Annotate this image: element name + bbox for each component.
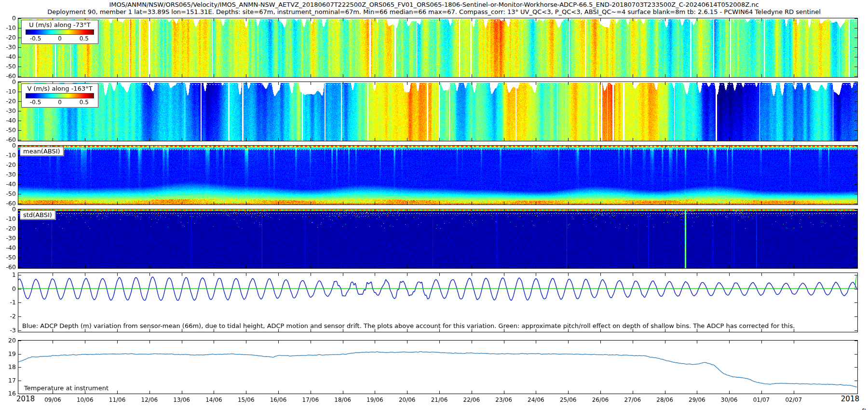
u-colorbar-legend: U (m/s) along -73°T -0.5 0 0.5 xyxy=(21,20,98,44)
y-tick-label: -30 xyxy=(0,107,16,114)
y-tick-label: -2 xyxy=(0,313,16,320)
adcp-deployment-figure: IMOS/ANMN/NSW/ORS065/Velocity/IMOS_ANMN-… xyxy=(0,0,868,410)
x-tick-label: 09/06 xyxy=(44,396,61,403)
x-tick-label: 28/06 xyxy=(656,396,673,403)
x-tick-label: 24/06 xyxy=(528,396,544,403)
x-tick-label: 01/07 xyxy=(753,396,770,403)
panel-v-velocity-heatmap: V (m/s) along -163°T -0.5 0 0.5 xyxy=(18,82,858,141)
temperature-label: Temperature at instrument xyxy=(24,384,108,392)
y-tick-label: 18 xyxy=(0,363,16,370)
x-tick-label: 26/06 xyxy=(592,396,609,403)
panel-mean-absi-heatmap: mean(ABSI) xyxy=(18,145,858,205)
u-velocity-heatmap-canvas xyxy=(18,18,857,77)
y-tick-label: -60 xyxy=(0,263,16,271)
v-colorbar-tick-min: -0.5 xyxy=(30,99,41,106)
y-tick-label: -20 xyxy=(0,161,16,168)
y-tick-label: -30 xyxy=(0,43,16,51)
y-tick-label: -40 xyxy=(0,117,16,124)
u-colorbar-gradient xyxy=(26,29,94,35)
y-tick-label: 17 xyxy=(0,377,16,384)
v-colorbar-ticks: -0.5 0 0.5 xyxy=(26,99,94,106)
y-tick-label: -50 xyxy=(0,254,16,261)
y-tick-label: -20 xyxy=(0,225,16,232)
y-tick-label: -20 xyxy=(0,97,16,105)
x-tick-label: 20/06 xyxy=(399,396,416,403)
mean-absi-label: mean(ABSI) xyxy=(20,147,64,156)
x-tick-label: 12/06 xyxy=(141,396,158,403)
u-colorbar-ticks: -0.5 0 0.5 xyxy=(26,35,94,42)
x-tick-label: 15/06 xyxy=(238,396,255,403)
u-colorbar-tick-zero: 0 xyxy=(58,35,62,42)
x-tick-label: 21/06 xyxy=(431,396,448,403)
x-tick-label: 18/06 xyxy=(334,396,351,403)
y-tick-label: -30 xyxy=(0,234,16,242)
figure-title-line1: IMOS/ANMN/NSW/ORS065/Velocity/IMOS_ANMN-… xyxy=(0,1,868,8)
y-tick-label: -50 xyxy=(0,190,16,197)
v-colorbar-legend: V (m/s) along -163°T -0.5 0 0.5 xyxy=(21,83,98,108)
std-absi-heatmap-canvas xyxy=(18,209,857,268)
u-colorbar-tick-max: 0.5 xyxy=(80,35,89,42)
y-tick-label: 0 xyxy=(0,205,16,213)
x-tick-label: 13/06 xyxy=(173,396,190,403)
y-tick-label: -40 xyxy=(0,180,16,188)
y-tick-label: 16 xyxy=(0,390,16,397)
std-absi-label: std(ABSI) xyxy=(20,210,55,219)
panel-u-velocity-heatmap: U (m/s) along -73°T -0.5 0 0.5 xyxy=(18,18,858,78)
x-tick-label: 16/06 xyxy=(270,396,287,403)
y-tick-label: -50 xyxy=(0,126,16,134)
x-tick-label: 10/06 xyxy=(77,396,94,403)
x-tick-label: 29/06 xyxy=(689,396,705,403)
x-tick-label: 25/06 xyxy=(560,396,577,403)
x-tick-label: 19/06 xyxy=(366,396,383,403)
y-tick-label: -20 xyxy=(0,34,16,41)
y-tick-label: -10 xyxy=(0,215,16,222)
panel-std-absi-heatmap: std(ABSI) xyxy=(18,209,858,269)
y-tick-label: -10 xyxy=(0,88,16,95)
imos-watermark: © IMOS 05-May-2025 08:40:17 Hobart time xyxy=(860,408,867,410)
mean-absi-heatmap-canvas xyxy=(18,146,857,205)
y-tick-label: 0 xyxy=(0,78,16,85)
y-tick-label: 0 xyxy=(0,285,16,292)
v-velocity-heatmap-canvas xyxy=(18,82,857,141)
temperature-line-canvas xyxy=(18,341,857,394)
x-tick-label: 17/06 xyxy=(302,396,319,403)
y-tick-label: -40 xyxy=(0,244,16,251)
y-tick-label: -10 xyxy=(0,24,16,31)
x-axis-year-right: 2018 xyxy=(841,395,859,403)
v-colorbar-tick-max: 0.5 xyxy=(80,99,89,106)
x-tick-label: 11/06 xyxy=(109,396,126,403)
y-tick-label: -50 xyxy=(0,63,16,70)
y-tick-label: -10 xyxy=(0,151,16,159)
y-tick-label: 0 xyxy=(0,14,16,22)
y-tick-label: 19 xyxy=(0,350,16,357)
y-tick-label: 0 xyxy=(0,142,16,149)
x-tick-label: 23/06 xyxy=(495,396,512,403)
panel-temperature-line-chart xyxy=(18,340,858,394)
v-legend-title: V (m/s) along -163°T xyxy=(26,85,94,92)
y-tick-label: -3 xyxy=(0,327,16,334)
y-tick-label: -40 xyxy=(0,53,16,60)
y-tick-label: -1 xyxy=(0,299,16,306)
v-colorbar-tick-zero: 0 xyxy=(58,99,62,106)
y-tick-label: -30 xyxy=(0,171,16,178)
tide-note-text: Blue: ADCP Depth (m) variation from sens… xyxy=(22,322,795,329)
x-tick-label: 27/06 xyxy=(624,396,641,403)
u-colorbar-tick-min: -0.5 xyxy=(30,35,41,42)
y-tick-label: 1 xyxy=(0,271,16,278)
figure-title-line2: Deployment 90, member 1 lat=33.89S lon=1… xyxy=(0,8,868,15)
v-colorbar-gradient xyxy=(26,93,94,98)
x-axis-year-left: 2018 xyxy=(16,395,35,403)
x-tick-label: 30/06 xyxy=(721,396,738,403)
x-tick-label: 14/06 xyxy=(205,396,222,403)
u-legend-title: U (m/s) along -73°T xyxy=(26,21,94,28)
x-tick-label: 02/07 xyxy=(785,396,802,403)
y-tick-label: 20 xyxy=(0,337,16,344)
x-tick-label: 22/06 xyxy=(463,396,480,403)
